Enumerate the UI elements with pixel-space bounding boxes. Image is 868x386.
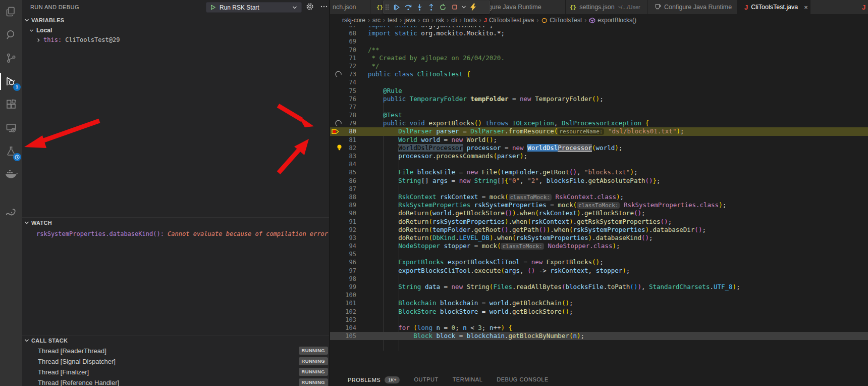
code-line: 89 RskSystemProperties rskSystemProperti…: [330, 201, 868, 209]
code-line-content[interactable]: World world = new World();: [368, 136, 868, 144]
gutter: 76: [330, 95, 368, 103]
gutter: 78: [330, 111, 368, 119]
code-line-content[interactable]: String[] args = new String[]{"0", "2", b…: [368, 177, 868, 185]
step-into-icon[interactable]: [414, 1, 425, 13]
code-line-content[interactable]: String data = new String(Files.readAllBy…: [368, 283, 868, 291]
gutter: 104: [330, 324, 368, 332]
line-number: 82: [330, 144, 356, 152]
restart-icon[interactable]: [437, 1, 449, 13]
panel-tab-problems[interactable]: PROBLEMS1K+: [348, 376, 400, 383]
panel-tab-debug-console[interactable]: DEBUG CONSOLE: [497, 376, 548, 382]
tab-Configure Java Runtime[interactable]: Configure Java Runtime: [647, 0, 737, 14]
activity-item-extensions[interactable]: [0, 93, 22, 116]
call-stack-thread-row[interactable]: Thread [Signal Dispatcher]RUNNING: [22, 356, 329, 366]
line-number: 75: [330, 87, 356, 95]
launch-config-dropdown[interactable]: Run RSK Start: [206, 2, 302, 13]
activity-item-docker[interactable]: [0, 163, 22, 186]
line-number: 93: [330, 234, 356, 242]
code-line-content[interactable]: import static org.mockito.Mockito.*;: [368, 29, 868, 37]
call-stack-thread-row[interactable]: Thread [ReaderThread]RUNNING: [22, 346, 329, 356]
code-line-content[interactable]: doReturn(tempFolder.getRoot().getPath())…: [368, 226, 868, 234]
thread-name: Thread [Signal Dispatcher]: [38, 358, 116, 365]
code-line-content[interactable]: /**: [368, 46, 868, 54]
code-line-content[interactable]: RskSystemProperties rskSystemProperties …: [368, 201, 868, 210]
activity-item-remote-explorer[interactable]: [0, 116, 22, 139]
activity-item-explorer[interactable]: [0, 0, 22, 23]
variables-section-header[interactable]: VARIABLES: [22, 15, 329, 25]
variables-scope-local[interactable]: Local: [22, 25, 329, 35]
code-line-content[interactable]: RskContext rskContext = mock(classToMock…: [368, 193, 868, 202]
code-line-content[interactable]: NodeStopper stopper = mock(classToMock: …: [368, 242, 868, 251]
code-line-content[interactable]: Block block = blockchain.getBlockByNumbe…: [368, 332, 868, 340]
breadcrumb-item-rsk[interactable]: rsk: [436, 17, 444, 24]
hot-code-replace-icon[interactable]: [467, 1, 479, 13]
step-over-icon[interactable]: [402, 1, 414, 13]
code-line-content[interactable]: public class CliToolsTest {: [368, 70, 868, 78]
stop-icon[interactable]: [449, 1, 460, 13]
code-line-content[interactable]: doReturn(DbKind.LEVEL_DB).when(rskSystem…: [368, 234, 868, 242]
code-line-content[interactable]: DslParser parser = DslParser.fromResourc…: [368, 127, 868, 136]
tab-unnamed-6[interactable]: J: [810, 0, 868, 14]
activity-bar-gap: [0, 186, 22, 201]
breadcrumb-item-exportBlocks()[interactable]: exportBlocks(): [589, 17, 636, 24]
code-line-content[interactable]: WorldDslProcessor processor = new WorldD…: [368, 144, 868, 152]
search-icon: [5, 29, 17, 41]
tab-nch.json[interactable]: nch.json: [330, 0, 370, 14]
code-line-content[interactable]: Blockchain blockchain = world.getBlockCh…: [368, 299, 868, 307]
code-line-content[interactable]: for (long n = 0; n < 3; n++) {: [368, 324, 868, 332]
breadcrumb-item-rskj-core[interactable]: rskj-core: [342, 17, 365, 24]
breadcrumb-item-CliToolsTest.java[interactable]: JCliToolsTest.java: [484, 17, 534, 24]
panel-tab-output[interactable]: OUTPUT: [414, 376, 438, 382]
call-stack-section-header[interactable]: CALL STACK: [22, 335, 329, 346]
code-line-content[interactable]: */: [368, 62, 868, 70]
activity-item-run-and-debug[interactable]: 1: [0, 70, 22, 93]
breadcrumb-item-tools[interactable]: tools: [464, 17, 476, 24]
code-line-content[interactable]: processor.processCommands(parser);: [368, 152, 868, 160]
code-line-content[interactable]: @Test: [368, 111, 868, 119]
code-line-content[interactable]: exportBlocksCliTool.execute(args, () -> …: [368, 267, 868, 275]
code-line-content[interactable]: @Rule: [368, 87, 868, 95]
chevron-down-icon: [24, 18, 29, 23]
grip-icon[interactable]: [384, 1, 391, 13]
chevron-down-icon[interactable]: [460, 1, 467, 13]
continue-icon[interactable]: [391, 1, 402, 13]
close-icon[interactable]: ×: [804, 4, 808, 11]
code-line: 97 exportBlocksCliTool.execute(args, () …: [330, 267, 868, 275]
activity-item-testing[interactable]: [0, 139, 22, 163]
code-line-content[interactable]: public TemporaryFolder tempFolder = new …: [368, 95, 868, 103]
watch-expression-row[interactable]: rskSystemProperties.databaseKind(): Cann…: [22, 229, 329, 239]
code-line-content[interactable]: * Created by ajlopez on 26/04/2020.: [368, 54, 868, 62]
breadcrumb-item-co[interactable]: co: [422, 17, 429, 24]
thread-name: Thread [Finalizer]: [38, 368, 89, 376]
gutter: 85: [330, 168, 368, 176]
code-editor[interactable]: 67import static org.junit.Assert.*;68imp…: [330, 26, 868, 386]
watch-section-header[interactable]: WATCH: [22, 217, 329, 228]
code-line-content[interactable]: doReturn(rskSystemProperties).when(rskCo…: [368, 218, 868, 226]
gear-icon[interactable]: [306, 3, 314, 13]
gutter: 92: [330, 226, 368, 234]
activity-item-gradle[interactable]: [0, 201, 22, 224]
activity-item-search[interactable]: [0, 23, 22, 46]
vscode-window: 1 RUN AND DEBUG Run RSK Start: [0, 0, 868, 386]
code-line: 85 File blocksFile = new File(tempFolder…: [330, 168, 868, 176]
breadcrumb-item-cli[interactable]: cli: [451, 17, 457, 24]
more-actions-icon[interactable]: [320, 3, 328, 13]
code-line-content[interactable]: doReturn(world.getBlockStore()).when(rsk…: [368, 209, 868, 217]
breadcrumb-item-CliToolsTest[interactable]: CliToolsTest: [541, 17, 582, 24]
step-out-icon[interactable]: [425, 1, 437, 13]
files-icon: [5, 6, 17, 18]
call-stack-thread-row[interactable]: Thread [Finalizer]RUNNING: [22, 367, 329, 377]
call-stack-thread-row[interactable]: Thread [Reference Handler]RUNNING: [22, 377, 329, 386]
activity-item-source-control[interactable]: [0, 46, 22, 70]
code-line-content[interactable]: public void exportBlocks() throws IOExce…: [368, 119, 868, 127]
variable-row-this[interactable]: this: CliToolsTest@29: [22, 35, 329, 45]
code-line-content[interactable]: ExportBlocks exportBlocksCliTool = new E…: [368, 258, 868, 266]
panel-tab-terminal[interactable]: TERMINAL: [453, 376, 483, 382]
code-line-content[interactable]: BlockStore blockStore = world.getBlockSt…: [368, 308, 868, 316]
breadcrumb-item-test[interactable]: test: [388, 17, 397, 24]
breadcrumb-item-src[interactable]: src: [372, 17, 381, 24]
breadcrumb-item-java[interactable]: java: [404, 17, 415, 24]
code-line-content[interactable]: File blocksFile = new File(tempFolder.ge…: [368, 168, 868, 176]
tab-settings.json[interactable]: {}settings.json~/.../User: [566, 0, 647, 14]
tab-CliToolsTest.java[interactable]: JCliToolsTest.java×: [737, 0, 810, 14]
